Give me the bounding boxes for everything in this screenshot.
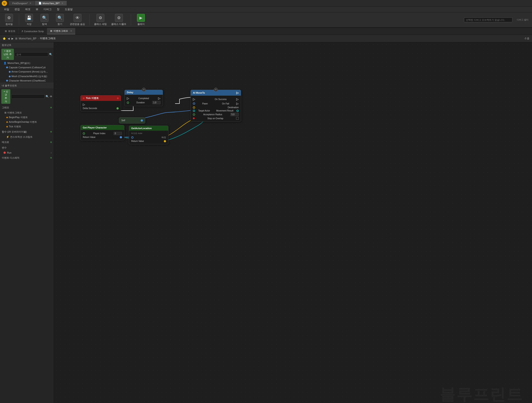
aimoveto-exec-out-pin[interactable]: ▷ — [236, 91, 239, 95]
character-movement-item[interactable]: Character Movement (CharMoveC — [0, 79, 54, 83]
delay-node[interactable]: ⏱ Delay ▷ Completed ▷ Duration — [124, 90, 163, 106]
breadcrumb-root[interactable]: MomoYaro_BP — [19, 37, 36, 40]
blueprint-canvas[interactable]: Tick 이벤트 ▷ Delta Seconds ⏱ Delay — [54, 42, 532, 403]
sub-tabs: ⊞ 뷰포트 f Construction Scrip ⊞ 이벤트그래프 ✕ — [0, 28, 532, 35]
event-graph-item[interactable]: ⊞ 이벤트그래프 — [0, 110, 54, 115]
event-dispatchers-add[interactable]: + — [50, 156, 52, 160]
getactorlocation-returnvalue-pin[interactable] — [164, 140, 166, 142]
blueprint-search-input[interactable] — [11, 94, 45, 99]
menu-edit[interactable]: 편집 — [12, 7, 22, 12]
breadcrumb-current: 이벤트그래프 — [40, 37, 56, 40]
menu-asset[interactable]: 에셋 — [23, 7, 33, 12]
aimoveto-exec-row: ▷ On Success ▷ — [193, 97, 239, 101]
mesh-component-item[interactable]: Mesh (CharacterMesh0) (상속됨) — [0, 74, 54, 79]
blueprint-search-icon[interactable]: 🔍 — [46, 95, 49, 98]
tab-firstdungeon[interactable]: FirstDungeon* ✕ — [9, 1, 35, 6]
class-defaults-button[interactable]: ⚙ 클래스 디폴트 — [111, 14, 127, 26]
breadcrumb-bar: ⭐ ◀ ▶ ⊞ MomoYaro_BP › 이벤트그래프 -3 줌 — [0, 35, 532, 42]
title-bar: U FirstDungeon* ✕ 📄 MomoYaro_BP* ✕ — [0, 0, 532, 6]
components-header: 컴포넌트 — [0, 42, 54, 48]
browse-button[interactable]: 🔍 탐색 — [39, 14, 50, 26]
delay-exec-in-pin[interactable]: ▷ — [127, 96, 129, 100]
graph-section-add[interactable]: + — [50, 106, 52, 109]
save-button[interactable]: 💾 저장 — [24, 14, 35, 26]
tick-item[interactable]: ◆ Tick 이벤트 — [0, 124, 54, 129]
run-variable-icon: ○ — [51, 151, 52, 154]
delay-duration-pin[interactable] — [127, 102, 129, 104]
aimoveto-onfail-pin[interactable]: ▷ — [236, 102, 239, 105]
run-variable-item[interactable]: Run ○ — [0, 150, 54, 155]
component-search-input[interactable] — [15, 52, 48, 57]
getplayer-playerindex-input[interactable] — [114, 132, 122, 135]
breadcrumb-forward-button[interactable]: ▶ — [12, 37, 13, 40]
close-tab-momoyaro[interactable]: ✕ — [61, 2, 63, 4]
event-dispatchers-label: 이벤트 디스패처 + — [0, 155, 54, 161]
tick-deltaseconds-pin[interactable] — [116, 107, 119, 109]
tick-node-header: Tick 이벤트 — [81, 96, 121, 101]
self-out-pin[interactable] — [141, 119, 143, 122]
menu-view[interactable]: 뷰 — [33, 7, 40, 12]
getplayer-returnvalue-row: Return Value — [83, 135, 122, 139]
add-component-button[interactable]: + 컴포넌트 추가 — [1, 49, 14, 60]
tick-event-node[interactable]: Tick 이벤트 ▷ Delta Seconds — [80, 95, 121, 111]
macros-section-add[interactable]: + — [50, 140, 52, 144]
menu-file[interactable]: 파일 — [2, 7, 12, 12]
root-component-item[interactable]: 👤 MomoYaro_BP(셀프) — [0, 61, 54, 65]
aimoveto-movementresult-pin[interactable] — [236, 110, 239, 112]
getactorlocation-target-pin[interactable] — [131, 136, 133, 139]
aimoveto-targetactor-pin[interactable] — [193, 110, 195, 112]
menu-help[interactable]: 도움말 — [63, 7, 75, 12]
self-node[interactable]: Self — [119, 117, 145, 124]
play-button[interactable]: ▶ 플레이 — [135, 14, 146, 26]
delay-completed-pin[interactable]: ▷ — [158, 96, 160, 100]
close-tab-firstdungeon[interactable]: ✕ — [30, 2, 31, 4]
breadcrumb-back-button[interactable]: ◀ — [8, 37, 10, 40]
getplayer-playerindex-pin[interactable] — [83, 132, 85, 135]
close-tab-event-graph[interactable]: ✕ — [70, 30, 72, 32]
arrow-component-item[interactable]: Arrow Component (Arrow) (상속... — [0, 69, 54, 74]
tab-construction-script[interactable]: f Construction Scrip — [19, 29, 47, 34]
tab-momoyaro[interactable]: 📄 MomoYaro_BP* ✕ — [35, 1, 67, 6]
aimoveto-pawn-pin[interactable] — [193, 102, 195, 105]
aimoveto-acceptanceradius-input[interactable] — [230, 113, 239, 116]
tick-warning-dot — [117, 97, 119, 99]
zoom-level: -3 줌 — [524, 37, 529, 40]
tab-event-graph[interactable]: ⊞ 이벤트그래프 ✕ — [47, 28, 75, 34]
getplayer-returnvalue-pin[interactable] — [120, 136, 122, 138]
self-node-body: Self — [119, 117, 145, 123]
delay-duration-input[interactable] — [152, 101, 160, 104]
capsule-component-item[interactable]: Capsule Component (CollisionCyli — [0, 65, 54, 69]
getactorlocation-subtitle: 타깃은 Actor — [131, 132, 166, 135]
getplayer-node[interactable]: Get Player Character Player Index Return… — [80, 125, 124, 140]
tick-exec-out-pin[interactable]: ▷ — [83, 103, 85, 106]
aimoveto-destination-pin[interactable] — [193, 106, 195, 109]
find-button[interactable]: 🔍 찾기 — [54, 14, 65, 26]
beginplay-item[interactable]: ◆ BeginPlay 이벤트 — [0, 115, 54, 120]
class-settings-button[interactable]: ⚙ 클래스 세팅 — [94, 14, 107, 26]
functions-section-add[interactable]: + — [50, 130, 52, 134]
menu-debug[interactable]: 디버그 — [41, 7, 54, 12]
aimoveto-acceptanceradius-pin[interactable] — [193, 114, 195, 116]
getactorlocation-node[interactable]: GetActorLocation 타깃은 Actor 타깃 Return Val… — [129, 126, 168, 144]
hide-icon: 👁 — [74, 14, 82, 22]
search-icon[interactable]: 🔍 — [49, 53, 52, 56]
eye-icon[interactable]: 👁 — [50, 95, 52, 98]
new-add-button[interactable]: + 신규 추가 — [1, 89, 10, 104]
getplayer-node-header: Get Player Character — [81, 125, 124, 130]
play-icon: ▶ — [137, 14, 145, 22]
functions-section-label: 함수 (29 오버라이더블) + — [0, 129, 54, 135]
aimoveto-node[interactable]: ⏱ AI MoveTo ▷ ▷ On Success ▷ Pawn On Fai… — [190, 90, 241, 122]
aimoveto-destination-row: Destination — [193, 106, 239, 109]
construction-script-item[interactable]: ⚡ 컨스트럭션 스크립트 — [0, 135, 54, 139]
aimoveto-exec-in-pin[interactable]: ▷ — [193, 97, 195, 101]
tab-viewport[interactable]: ⊞ 뷰포트 — [2, 28, 19, 34]
debug-filter-input[interactable] — [464, 17, 513, 22]
breadcrumb-home-icon[interactable]: ⭐ — [3, 37, 6, 40]
main-area: 컴포넌트 + 컴포넌트 추가 🔍 👤 MomoYaro_BP(셀프) Capsu… — [0, 42, 532, 403]
menu-window[interactable]: 창 — [55, 7, 62, 12]
aimoveto-onsuccess-pin[interactable]: ▷ — [236, 97, 239, 101]
hide-unrelated-button[interactable]: 👁 관련없음 숨김 — [70, 14, 85, 26]
compile-button[interactable]: ⚙ 컴파일 — [4, 14, 14, 26]
aimoveto-stoponoverlap-checkbox[interactable] — [236, 117, 239, 120]
actoroverlap-item[interactable]: ◆ ActorBeginOverlap 이벤트 — [0, 120, 54, 124]
